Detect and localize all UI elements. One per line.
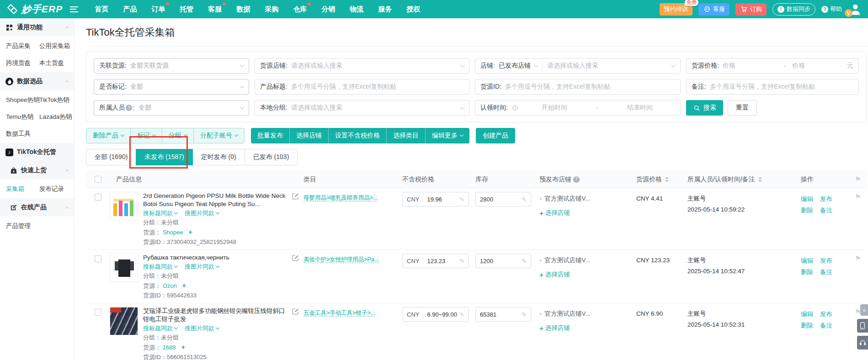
select-store-link[interactable]: + 选择店铺	[539, 270, 636, 279]
search-same-image-link[interactable]: 搜图片同款	[185, 263, 219, 271]
source-platform-link[interactable]: Ozon	[163, 282, 177, 289]
mark-button[interactable]: 标记	[130, 128, 162, 143]
collapse-arrow-button[interactable]: »	[860, 304, 868, 316]
search-same-image-link[interactable]: 搜图片同款	[185, 209, 219, 217]
filter-local-group-select[interactable]: 本地分组: 请选择或输入搜索	[255, 100, 469, 116]
note-action[interactable]: 备注	[820, 320, 832, 331]
group-button[interactable]: 分组	[162, 128, 194, 143]
order-purchase-button[interactable]: 订购	[735, 3, 767, 16]
product-thumbnail[interactable]	[110, 254, 138, 282]
source-platform-link[interactable]: Shopee	[163, 229, 183, 236]
price-input[interactable]: CNY 123.23 ✎	[402, 254, 469, 268]
stock-input[interactable]: 1200 ✎	[475, 254, 531, 268]
sidebar-item[interactable]: 数据工具	[6, 125, 39, 142]
nav-item-6[interactable]: 采购	[257, 0, 286, 18]
sidebar-item[interactable]: TikTok热销	[39, 91, 74, 108]
sidebar-item[interactable]: Shopee热销	[6, 91, 39, 108]
sidebar-section-tiktok[interactable]: ♪ TikTok全托管	[0, 143, 74, 161]
sidebar-section-data-pick[interactable]: 数据选品	[0, 72, 74, 90]
sidebar-item[interactable]: 本土货盘	[39, 54, 74, 71]
edit-action[interactable]: 编辑	[801, 308, 813, 320]
search-same-title-link[interactable]: 搜标题同款	[143, 324, 177, 333]
sidebar-section-quick-listing[interactable]: 快速上货	[0, 161, 74, 180]
delete-action[interactable]: 删除	[801, 320, 813, 331]
add-source-icon[interactable]: +	[188, 228, 192, 236]
help-button[interactable]: ? 帮助	[821, 5, 842, 13]
sidebar-item[interactable]: 发布记录	[39, 180, 74, 197]
nav-item-8[interactable]: 分销	[314, 0, 342, 18]
assign-subaccount-button[interactable]: 分配子账号	[193, 128, 245, 143]
set-tax-free-price-button[interactable]: 设置不含税价格	[328, 128, 386, 143]
sidebar-item[interactable]: 产品管理	[6, 217, 39, 234]
flag-icon[interactable]: ⚑	[855, 193, 861, 200]
flag-icon[interactable]: ⚑	[855, 176, 861, 183]
edit-title-icon[interactable]	[292, 254, 299, 261]
tab-scheduled[interactable]: 定时发布 (0)	[192, 149, 245, 165]
sidebar-item[interactable]: Temu热销	[6, 108, 39, 125]
data-sync-button[interactable]: ! 数据同步	[772, 3, 815, 16]
claim-end-input[interactable]: 结束时间	[605, 104, 675, 112]
search-same-title-link[interactable]: 搜标题同款	[143, 209, 177, 217]
menu-toggle-icon[interactable]	[70, 6, 78, 12]
filter-source-price-range[interactable]: 货源价格: 价格 - 价格 元	[686, 58, 859, 74]
sidebar-item[interactable]: 跨境货盘	[6, 54, 39, 71]
publish-action[interactable]: 发布	[820, 255, 832, 266]
sidebar-item[interactable]: 产品采集	[6, 37, 39, 54]
create-product-button[interactable]: 创建产品	[476, 128, 515, 143]
search-button[interactable]: 搜索	[686, 100, 723, 116]
select-all-checkbox[interactable]	[95, 176, 101, 183]
publish-action[interactable]: 发布	[820, 193, 832, 205]
nav-item-11[interactable]: 授权	[399, 0, 427, 18]
stock-input[interactable]: 2800 ✎	[475, 192, 531, 206]
nav-item-2[interactable]: 订单	[144, 0, 172, 18]
select-store-button[interactable]: 选择店铺	[289, 128, 328, 143]
edit-more-button[interactable]: 编辑更多	[425, 128, 469, 143]
delete-action[interactable]: 删除	[801, 266, 813, 278]
filter-associated-source-select[interactable]: 关联货源: 全部关联货源	[94, 58, 249, 74]
filter-owner-select[interactable]: 所属人员 ? : 全部	[94, 100, 249, 116]
source-platform-link[interactable]: 1688	[163, 344, 176, 351]
nav-item-3[interactable]: 托管	[172, 0, 201, 18]
row-checkbox[interactable]	[95, 194, 101, 201]
support-widget-button[interactable]	[857, 336, 868, 349]
filter-note-input[interactable]: 备注: 多个用逗号分隔，支持Excel复制粘贴	[686, 79, 859, 95]
flag-icon[interactable]: ⚑	[855, 255, 861, 262]
tab-unpublished[interactable]: 未发布 (1587)	[136, 149, 192, 165]
filter-claim-time-range[interactable]: 认领时间: 开始时间 - 结束时间	[475, 100, 681, 116]
row-checkbox[interactable]	[95, 309, 101, 316]
nav-item-0[interactable]: 首页	[87, 0, 116, 18]
category-link[interactable]: 美妆个护>女性护理用品>Pa...	[304, 256, 379, 263]
sidebar-section-general[interactable]: 通用功能	[0, 18, 74, 37]
nav-item-10[interactable]: 服务	[371, 0, 399, 18]
price-max-input[interactable]: 价格	[792, 62, 847, 70]
edit-title-icon[interactable]	[292, 308, 299, 315]
category-link[interactable]: 母婴用品>哺乳及喂养用品>...	[304, 195, 378, 201]
search-same-title-link[interactable]: 搜标题同款	[143, 263, 177, 271]
sidebar-item[interactable]: 采集箱	[6, 180, 39, 197]
stock-input[interactable]: 65381 ✎	[475, 307, 531, 322]
select-store-link[interactable]: + 选择店铺	[539, 324, 636, 332]
select-store-link[interactable]: + 选择店铺	[539, 209, 636, 217]
app-logo[interactable]: 妙手ERP	[6, 3, 63, 16]
sidebar-item[interactable]: Lazada热销	[39, 108, 74, 125]
add-source-icon[interactable]: +	[182, 281, 186, 289]
avatar[interactable]: V	[848, 2, 862, 16]
edit-action[interactable]: 编辑	[801, 193, 813, 205]
sort-icon[interactable]	[665, 177, 669, 182]
sidebar-section-online-products[interactable]: 在线产品	[0, 198, 74, 217]
book-training-button[interactable]: 预约培训 免费	[660, 3, 692, 16]
filter-shop-select[interactable]: 店铺: 已发布店铺 请选择或输入搜索	[475, 58, 681, 74]
delete-action[interactable]: 删除	[801, 205, 813, 216]
mobile-widget-button[interactable]	[857, 319, 868, 333]
publish-action[interactable]: 发布	[820, 308, 832, 320]
price-input[interactable]: CNY 6.90~99.00 ✎	[402, 307, 469, 322]
price-min-input[interactable]: 价格	[723, 62, 777, 70]
edit-action[interactable]: 编辑	[801, 255, 813, 266]
filter-mark-select[interactable]: 是否标记: 全部	[94, 79, 249, 95]
edit-title-icon[interactable]	[292, 193, 299, 200]
tab-published[interactable]: 已发布 (103)	[245, 149, 298, 165]
claim-start-input[interactable]: 开始时间	[519, 104, 590, 112]
customer-service-button[interactable]: 客服	[698, 3, 730, 16]
note-action[interactable]: 备注	[820, 205, 832, 216]
filter-source-shop-select[interactable]: 货源店铺: 请选择或输入搜索	[255, 58, 469, 74]
